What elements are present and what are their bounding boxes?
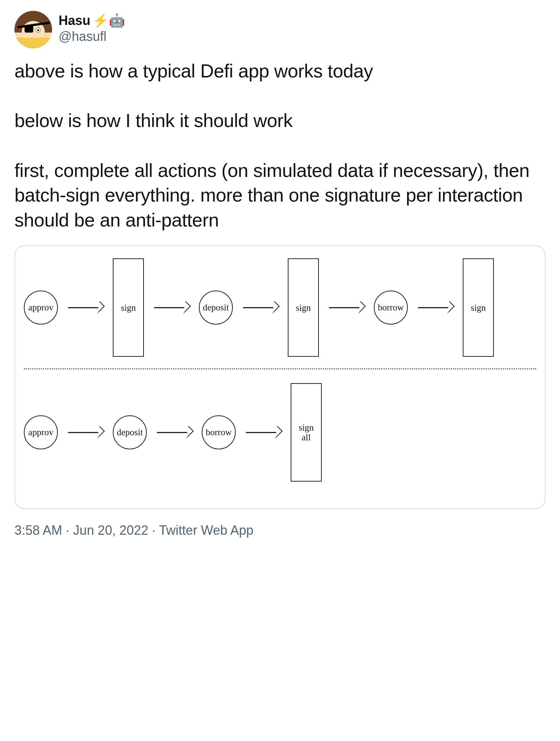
- diagram-circle-approv: approv: [24, 291, 58, 325]
- arrow-icon: [67, 302, 103, 313]
- tweet-time[interactable]: 3:58 AM: [14, 523, 62, 538]
- diagram-circle-approv: approv: [24, 415, 58, 449]
- arrow-icon: [245, 427, 281, 438]
- user-meta: Hasu ⚡️🤖 @hasufl: [59, 11, 125, 44]
- arrow-icon: [67, 427, 103, 438]
- separator: ·: [62, 523, 73, 538]
- tweet-source[interactable]: Twitter Web App: [159, 523, 253, 538]
- diagram-circle-deposit: deposit: [113, 415, 147, 449]
- arrow-icon: [153, 302, 189, 313]
- arrow-icon: [242, 302, 278, 313]
- diagram-bottom-flow: approvdepositborrowsign all: [24, 378, 536, 487]
- diagram-box-sign: sign: [113, 258, 144, 357]
- avatar[interactable]: [14, 11, 52, 48]
- tweet-footer: 3:58 AM · Jun 20, 2022 · Twitter Web App: [14, 523, 546, 538]
- diagram-box-sign: sign: [463, 258, 494, 357]
- diagram-divider: [24, 368, 536, 369]
- arrow-icon: [417, 302, 453, 313]
- diagram-box-sign: sign: [288, 258, 319, 357]
- display-name[interactable]: Hasu ⚡️🤖: [59, 13, 125, 28]
- diagram-circle-deposit: deposit: [199, 291, 233, 325]
- separator: ·: [148, 523, 159, 538]
- diagram-circle-borrow: borrow: [202, 415, 236, 449]
- diagram-circle-borrow: borrow: [374, 291, 408, 325]
- handle[interactable]: @hasufl: [59, 29, 125, 44]
- arrow-icon: [156, 427, 192, 438]
- diagram-box-sign-all: sign all: [291, 383, 322, 482]
- display-name-emojis: ⚡️🤖: [93, 13, 125, 28]
- tweet-header: Hasu ⚡️🤖 @hasufl: [14, 11, 546, 48]
- tweet-date[interactable]: Jun 20, 2022: [73, 523, 148, 538]
- diagram-image[interactable]: approvsigndepositsignborrowsign approvde…: [14, 245, 546, 509]
- diagram-top-flow: approvsigndepositsignborrowsign: [24, 253, 536, 362]
- arrow-icon: [328, 302, 364, 313]
- tweet-text: above is how a typical Defi app works to…: [14, 59, 546, 232]
- display-name-text: Hasu: [59, 13, 90, 28]
